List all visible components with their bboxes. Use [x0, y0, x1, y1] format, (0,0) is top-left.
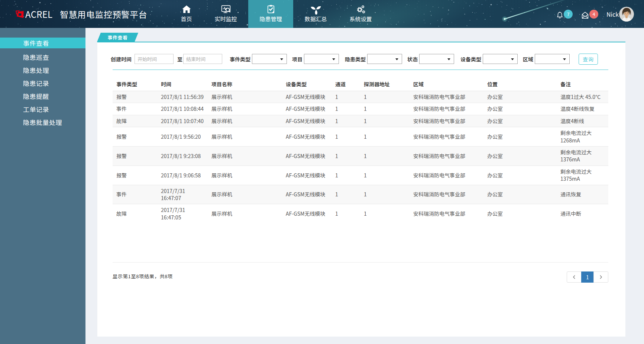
sidebar: 事件查看隐患巡查隐患处理隐患记录隐患提醒工单记录隐患批量处理	[0, 28, 85, 344]
panel-inner: 创建时间 至 事件类型项目隐患类型状态设备类型区域 查询 事件类型时间项目名称设…	[113, 42, 608, 283]
sidebar-item-2[interactable]: 隐患巡查	[0, 51, 85, 64]
acrel-logo-icon	[16, 10, 25, 19]
cell-r6-c3: 展示样机	[208, 165, 283, 185]
project-select[interactable]	[304, 54, 339, 64]
cell-r3-c6: 1	[361, 115, 410, 127]
cell-r8-c3: 展示样机	[208, 204, 283, 223]
cell-r5-c7: 安科瑞消防电气事业部	[410, 147, 484, 166]
nav-item-summary[interactable]: 数据汇总	[293, 0, 338, 28]
mail-icon[interactable]	[582, 12, 589, 19]
start-time-input[interactable]	[135, 54, 174, 64]
brand: ACREL 智慧用电监控预警平台	[16, 0, 147, 28]
cell-r2-c2: 2017/8/1 10:08:44	[158, 103, 208, 115]
cell-r2-c4: AF-GSM无线模块	[283, 103, 332, 115]
nav-item-realtime[interactable]: 实时监控	[203, 0, 248, 28]
created-time-label: 创建时间	[111, 55, 132, 63]
sidebar-item-1[interactable]: 事件查看	[0, 38, 85, 48]
cell-r5-c3: 展示样机	[208, 147, 283, 166]
header-right: 7 4 Nick	[557, 0, 619, 28]
mail-badge[interactable]: 4	[589, 10, 598, 19]
hazard-type-select[interactable]	[367, 54, 402, 64]
cell-r8-c2: 2017/7/31 16:47:05	[158, 204, 208, 223]
cell-r6-c2: 2017/8/1 9:06:58	[158, 165, 208, 185]
cell-r7-c1: 事件	[113, 185, 158, 204]
nav-label: 实时监控	[215, 15, 237, 23]
cell-r3-c2: 2017/8/1 10:07:40	[158, 115, 208, 127]
cell-r4-c9: 剩余电流过大 1268mA	[557, 127, 608, 147]
sidebar-item-6[interactable]: 工单记录	[0, 103, 85, 116]
cell-r8-c8: 办公室	[484, 204, 557, 223]
select-arrow-icon	[280, 58, 283, 60]
sidebar-item-3[interactable]: 隐患处理	[0, 64, 85, 77]
sidebar-item-7[interactable]: 隐患批量处理	[0, 116, 85, 129]
table-row-4[interactable]: 报警2017/8/1 9:56:20展示样机AF-GSM无线模块11安科瑞消防电…	[113, 127, 608, 147]
bell-icon[interactable]	[557, 12, 563, 19]
sidebar-item-5[interactable]: 隐患提醒	[0, 90, 85, 103]
breadcrumb-tab-label: 事件查看	[99, 33, 136, 42]
status-label: 状态	[407, 55, 418, 63]
cell-r7-c9: 通讯恢复	[557, 185, 608, 204]
event-type-select[interactable]	[252, 54, 287, 64]
user-avatar[interactable]	[619, 7, 634, 22]
cell-r8-c5: 1	[332, 204, 361, 223]
user-name[interactable]: Nick	[606, 10, 619, 19]
cell-r8-c6: 1	[361, 204, 410, 223]
nav-item-hazard[interactable]: 隐患管理	[248, 0, 293, 28]
device-type-label: 设备类型	[460, 55, 481, 63]
next-page-button[interactable]	[593, 271, 608, 283]
table-row-7[interactable]: 事件2017/7/31 16:47:07展示样机AF-GSM无线模块11安科瑞消…	[113, 185, 608, 204]
table-row-2[interactable]: 事件2017/8/1 10:08:44展示样机AF-GSM无线模块11安科瑞消防…	[113, 103, 608, 115]
cell-r5-c5: 1	[332, 147, 361, 166]
area-select[interactable]	[535, 54, 570, 64]
cell-r7-c8: 办公室	[484, 185, 557, 204]
cell-r4-c4: AF-GSM无线模块	[283, 127, 332, 147]
results-summary: 显示第1至8项结果，共8项	[113, 274, 173, 279]
device-type-select[interactable]	[483, 54, 518, 64]
home-icon	[181, 4, 192, 15]
cell-r4-c2: 2017/8/1 9:56:20	[158, 127, 208, 147]
nav-item-settings[interactable]: 系统设置	[338, 0, 383, 28]
cell-r5-c1: 报警	[113, 147, 158, 166]
cell-r5-c4: AF-GSM无线模块	[283, 147, 332, 166]
table-row-3[interactable]: 故障2017/8/1 10:07:40展示样机AF-GSM无线模块11安科瑞消防…	[113, 115, 608, 127]
table-row-8[interactable]: 故障2017/7/31 16:47:05展示样机AF-GSM无线模块11安科瑞消…	[113, 204, 608, 223]
event-type-label: 事件类型	[230, 55, 250, 63]
cell-r5-c8: 办公室	[484, 147, 557, 166]
cell-r8-c7: 安科瑞消防电气事业部	[410, 204, 484, 223]
monitor-search-icon	[221, 4, 231, 15]
column-header-9: 备注	[557, 77, 608, 91]
select-arrow-icon	[447, 58, 450, 60]
column-header-5: 通道	[332, 77, 361, 91]
cell-r4-c7: 安科瑞消防电气事业部	[410, 127, 484, 147]
cell-r6-c6: 1	[361, 165, 410, 185]
search-button[interactable]: 查询	[579, 54, 598, 65]
cell-r7-c5: 1	[332, 185, 361, 204]
prev-page-button[interactable]	[567, 271, 582, 283]
cell-r2-c8: 办公室	[484, 103, 557, 115]
nav-label: 首页	[181, 15, 192, 23]
breadcrumb-tab[interactable]: 事件查看	[97, 33, 138, 42]
end-time-input[interactable]	[183, 54, 222, 64]
table-row-1[interactable]: 报警2017/8/1 11:56:39展示样机AF-GSM无线模块11安科瑞消防…	[113, 91, 608, 103]
status-select[interactable]	[419, 54, 454, 64]
table-row-6[interactable]: 报警2017/8/1 9:06:58展示样机AF-GSM无线模块11安科瑞消防电…	[113, 165, 608, 185]
main-nav: 首页 实时监控 隐患管理 数据汇总 系统设置	[169, 0, 383, 28]
nav-label: 系统设置	[350, 15, 372, 23]
page-1-button[interactable]: 1	[581, 271, 594, 283]
cell-r5-c9: 剩余电流过大 1376mA	[557, 147, 608, 166]
nav-label: 数据汇总	[305, 15, 327, 23]
cell-r3-c4: AF-GSM无线模块	[283, 115, 332, 127]
sidebar-item-4[interactable]: 隐患记录	[0, 77, 85, 90]
nav-label: 隐患管理	[260, 15, 282, 23]
cell-r1-c4: AF-GSM无线模块	[283, 91, 332, 103]
table-row-5[interactable]: 报警2017/8/1 9:23:08展示样机AF-GSM无线模块11安科瑞消防电…	[113, 147, 608, 166]
cell-r7-c6: 1	[361, 185, 410, 204]
cell-r4-c1: 报警	[113, 127, 158, 147]
cell-r2-c9: 温度4断线恢复	[557, 103, 608, 115]
bell-badge[interactable]: 7	[564, 10, 573, 19]
cell-r1-c1: 报警	[113, 91, 158, 103]
cell-r2-c1: 事件	[113, 103, 158, 115]
table-header-row: 事件类型时间项目名称设备类型通道探测器地址区域位置备注	[113, 77, 608, 91]
nav-item-home[interactable]: 首页	[169, 0, 203, 28]
cell-r3-c7: 安科瑞消防电气事业部	[410, 115, 484, 127]
